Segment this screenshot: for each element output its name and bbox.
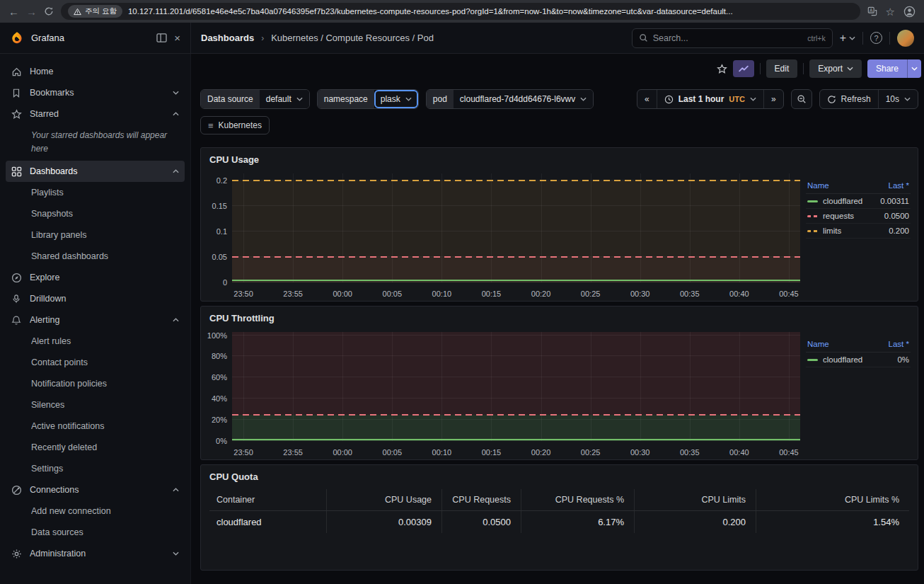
sidebar-item-explore[interactable]: Explore <box>6 267 185 288</box>
x-tick-label: 00:10 <box>427 290 456 298</box>
svg-text:A: A <box>870 8 873 13</box>
close-sidebar-icon[interactable]: × <box>174 32 180 44</box>
legend-row: cloudflared 0.00311 <box>806 194 911 209</box>
y-tick-label: 80% <box>212 352 227 360</box>
x-tick-label: 00:35 <box>676 290 704 298</box>
address-bar[interactable]: 주의 요함 10.127.111.201/d/6581e46e4e5c7ba40… <box>61 3 860 20</box>
breadcrumb-dashboards[interactable]: Dashboards <box>201 33 254 43</box>
refresh-button[interactable]: Refresh <box>820 90 878 108</box>
sidebar-item-active-notifications[interactable]: Active notifications <box>6 416 185 437</box>
panel-title[interactable]: CPU Quota <box>201 465 918 485</box>
gridline <box>591 173 591 282</box>
sidebar-item-playlists[interactable]: Playlists <box>6 182 185 203</box>
star-dashboard-icon[interactable] <box>717 64 727 74</box>
gridline <box>392 332 393 441</box>
dock-sidebar-icon[interactable] <box>156 33 167 42</box>
time-shift-forward-button[interactable]: » <box>763 90 783 108</box>
sidebar-item-contact-points[interactable]: Contact points <box>6 352 185 373</box>
datasource-select[interactable]: default <box>260 90 309 108</box>
sidebar-item-alerting[interactable]: Alerting <box>6 309 185 331</box>
panel-cpu-usage[interactable]: CPU Usage 00.050.10.150.223:5023:5500:00… <box>200 147 918 302</box>
namespace-select[interactable]: plask <box>374 90 418 108</box>
sidebar-item-drilldown[interactable]: Drilldown <box>6 288 185 309</box>
kubernetes-link-button[interactable]: ≡ Kubernetes <box>200 116 270 134</box>
zoom-out-time-button[interactable] <box>791 89 812 109</box>
sidebar-item-notification-policies[interactable]: Notification policies <box>6 373 185 394</box>
pod-label: pod <box>427 90 454 108</box>
y-tick-label: 100% <box>207 331 227 340</box>
chevron-down-icon <box>296 97 303 101</box>
panel-cpu-throttling[interactable]: CPU Throttling 0%20%40%60%80%100%23:5023… <box>200 306 918 460</box>
bookmark-star-icon[interactable]: ☆ <box>886 6 895 17</box>
panel-cpu-quota[interactable]: CPU Quota Container CPU Usage CPU Reques… <box>200 464 918 571</box>
panel-title[interactable]: CPU Usage <box>201 148 918 168</box>
sidebar-item-home[interactable]: Home <box>6 61 185 82</box>
sidebar-item-recently-deleted[interactable]: Recently deleted <box>6 437 185 458</box>
sidebar-item-administration[interactable]: Administration <box>6 543 185 564</box>
edit-button[interactable]: Edit <box>766 59 798 78</box>
gridline <box>541 332 542 441</box>
url-text: 10.127.111.201/d/6581e46e4e5c7ba40a07646… <box>128 7 733 16</box>
refresh-interval-select[interactable]: 10s <box>878 90 918 108</box>
scenes-toggle-button[interactable] <box>733 60 754 77</box>
gridline <box>232 355 800 356</box>
gridline <box>690 332 691 441</box>
time-range-button[interactable]: Last 1 hour UTC <box>657 90 763 108</box>
translate-icon[interactable]: A <box>867 6 877 16</box>
dashboard-controls: Data source default namespace plask pod … <box>200 89 918 109</box>
gridline <box>232 282 800 282</box>
sidebar-item-settings[interactable]: Settings <box>6 458 185 479</box>
sidebar-item-library-panels[interactable]: Library panels <box>6 224 185 246</box>
grafana-logo <box>10 31 24 45</box>
gridline <box>541 173 542 282</box>
export-button[interactable]: Export <box>809 59 862 78</box>
sidebar-item-snapshots[interactable]: Snapshots <box>6 203 185 224</box>
sidebar-item-starred[interactable]: Starred <box>6 103 185 125</box>
bell-icon <box>11 315 23 326</box>
security-badge[interactable]: 주의 요함 <box>68 5 122 18</box>
legend-name-header[interactable]: Name <box>807 181 829 190</box>
namespace-label: namespace <box>318 90 374 108</box>
compass-icon <box>11 273 23 283</box>
share-menu-chevron-icon[interactable] <box>907 59 921 78</box>
legend-last-header[interactable]: Last * <box>889 181 909 190</box>
chevron-down-icon <box>750 97 756 101</box>
sidebar-item-connections[interactable]: Connections <box>6 479 185 500</box>
app-title: Grafana <box>31 33 149 43</box>
clock-icon <box>664 95 674 104</box>
sidebar-item-silences[interactable]: Silences <box>6 394 185 416</box>
y-tick-label: 60% <box>212 373 227 382</box>
gear-icon <box>11 549 23 559</box>
cpu-quota-table: Container CPU Usage CPU Requests CPU Req… <box>209 489 909 533</box>
x-tick-label: 23:50 <box>229 290 258 298</box>
help-icon[interactable]: ? <box>870 32 882 44</box>
cpu-throttling-legend: Name Last * cloudflared 0% <box>806 336 918 459</box>
sidebar-item-bookmarks[interactable]: Bookmarks <box>6 82 185 103</box>
home-icon <box>11 67 23 77</box>
sidebar-item-data-sources[interactable]: Data sources <box>6 522 185 543</box>
sidebar-item-shared-dashboards[interactable]: Shared dashboards <box>6 246 185 267</box>
gridline <box>739 173 740 282</box>
y-tick-label: 0.05 <box>212 253 227 261</box>
threshold-line <box>232 180 800 181</box>
star-icon <box>11 109 23 120</box>
panel-title[interactable]: CPU Throttling <box>201 307 918 326</box>
new-menu-button[interactable]: + <box>840 32 855 45</box>
legend-name-header[interactable]: Name <box>807 340 829 348</box>
pod-select[interactable]: cloudflared-7d4dd64676-l6vwv <box>454 90 593 108</box>
sidebar-item-dashboards[interactable]: Dashboards <box>6 161 185 182</box>
sidebar-item-alert-rules[interactable]: Alert rules <box>6 331 185 352</box>
browser-back-icon[interactable]: ← <box>8 6 19 17</box>
browser-forward-icon[interactable]: → <box>26 6 37 17</box>
browser-reload-icon[interactable] <box>44 6 54 16</box>
chart-region <box>232 257 800 282</box>
browser-profile-icon[interactable] <box>903 6 916 18</box>
search-field[interactable] <box>653 33 803 43</box>
legend-last-header[interactable]: Last * <box>889 340 909 348</box>
time-shift-back-button[interactable]: « <box>637 90 657 108</box>
share-button[interactable]: Share <box>867 59 921 78</box>
user-avatar[interactable] <box>897 30 914 47</box>
search-input[interactable]: ctrl+k <box>632 28 833 48</box>
cpu-throttling-chart: 0%20%40%60%80%100%23:5023:5500:0000:0500… <box>204 332 802 457</box>
sidebar-item-add-new-connection[interactable]: Add new connection <box>6 500 185 522</box>
